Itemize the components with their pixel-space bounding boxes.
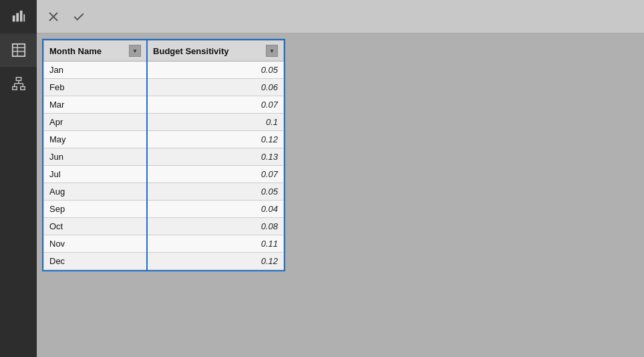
- cell-month: Nov: [44, 235, 148, 253]
- cell-budget: 0.07: [147, 166, 283, 183]
- cell-budget: 0.1: [147, 114, 283, 131]
- hierarchy-icon: [11, 76, 26, 91]
- cell-month: Sep: [44, 201, 148, 218]
- svg-rect-4: [12, 44, 24, 56]
- cell-budget: 0.12: [147, 131, 283, 148]
- data-table: Month Name Budget Sensitivity: [43, 40, 284, 270]
- cancel-icon: [47, 11, 59, 23]
- confirm-button[interactable]: [67, 5, 90, 28]
- cell-month: Mar: [44, 96, 148, 114]
- data-table-container: Month Name Budget Sensitivity: [42, 39, 285, 271]
- sidebar-item-table[interactable]: [0, 33, 37, 67]
- svg-rect-2: [19, 11, 22, 22]
- svg-rect-3: [23, 14, 25, 21]
- budget-filter-dropdown[interactable]: [266, 45, 278, 57]
- cancel-button[interactable]: [42, 5, 65, 28]
- cell-month: Oct: [44, 218, 148, 235]
- table-row[interactable]: Jan0.05: [44, 62, 284, 79]
- cell-month: Jul: [44, 166, 148, 183]
- svg-rect-10: [20, 87, 24, 90]
- cell-month: Jan: [44, 62, 148, 79]
- sidebar: [0, 0, 37, 357]
- cell-month: Feb: [44, 79, 148, 96]
- svg-rect-9: [12, 87, 16, 90]
- col-header-month[interactable]: Month Name: [44, 41, 148, 62]
- table-row[interactable]: Feb0.06: [44, 79, 284, 96]
- table-icon: [11, 43, 26, 57]
- cell-budget: 0.11: [147, 235, 283, 253]
- table-row[interactable]: Sep0.04: [44, 201, 284, 218]
- table-row[interactable]: Apr0.1: [44, 114, 284, 131]
- cell-budget: 0.07: [147, 96, 283, 114]
- table-row[interactable]: Mar0.07: [44, 96, 284, 114]
- sidebar-item-hierarchy[interactable]: [0, 67, 37, 100]
- col-budget-label: Budget Sensitivity: [153, 46, 228, 56]
- cell-budget: 0.08: [147, 218, 283, 235]
- cell-budget: 0.06: [147, 79, 283, 96]
- cell-budget: 0.13: [147, 148, 283, 166]
- table-row[interactable]: Nov0.11: [44, 235, 284, 253]
- main-content: Month Name Budget Sensitivity: [37, 0, 644, 357]
- table-row[interactable]: Dec0.12: [44, 253, 284, 270]
- cell-month: Aug: [44, 183, 148, 201]
- col-header-budget[interactable]: Budget Sensitivity: [147, 41, 283, 62]
- svg-rect-0: [12, 15, 15, 21]
- content-area: Month Name Budget Sensitivity: [37, 33, 644, 357]
- cell-month: May: [44, 131, 148, 148]
- cell-budget: 0.12: [147, 253, 283, 270]
- cell-budget: 0.05: [147, 183, 283, 201]
- bar-chart-icon: [11, 9, 26, 24]
- svg-rect-8: [16, 78, 21, 81]
- sidebar-item-chart[interactable]: [0, 0, 37, 33]
- cell-budget: 0.04: [147, 201, 283, 218]
- month-filter-dropdown[interactable]: [129, 45, 141, 57]
- cell-budget: 0.05: [147, 62, 283, 79]
- table-row[interactable]: Oct0.08: [44, 218, 284, 235]
- cell-month: Apr: [44, 114, 148, 131]
- col-month-label: Month Name: [49, 46, 102, 56]
- cell-month: Jun: [44, 148, 148, 166]
- toolbar: [37, 0, 644, 33]
- cell-month: Dec: [44, 253, 148, 270]
- table-row[interactable]: May0.12: [44, 131, 284, 148]
- table-row[interactable]: Jun0.13: [44, 148, 284, 166]
- svg-rect-1: [16, 13, 19, 22]
- confirm-icon: [73, 11, 85, 23]
- table-row[interactable]: Aug0.05: [44, 183, 284, 201]
- table-row[interactable]: Jul0.07: [44, 166, 284, 183]
